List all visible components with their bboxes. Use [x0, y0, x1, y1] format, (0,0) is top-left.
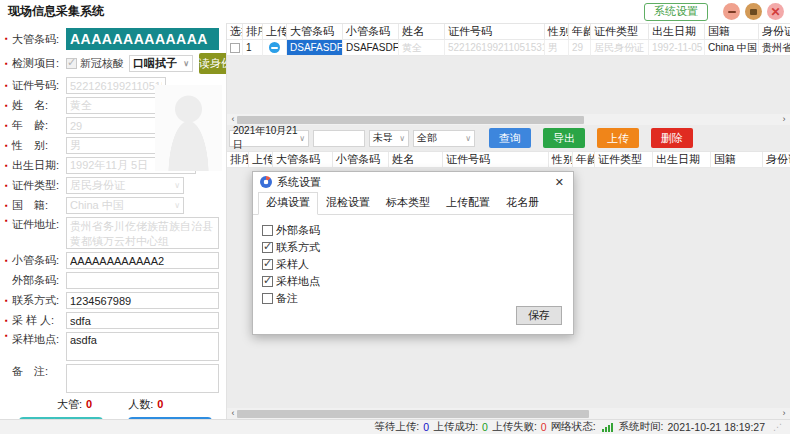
dialog-save-button[interactable]: 保存: [516, 306, 562, 325]
row-tube-cell[interactable]: DSAFASDFAAAS: [287, 40, 343, 56]
submit-list-button[interactable]: 提交列表（F7）: [19, 417, 103, 419]
scrollbar-thumb[interactable]: [237, 116, 584, 124]
row-id-type-cell: 居民身份证: [591, 40, 649, 56]
sample-site-label: 采样地点:: [12, 332, 66, 347]
id-photo: [155, 85, 222, 171]
option-label: 外部条码: [276, 223, 320, 238]
system-settings-button[interactable]: 系统设置: [644, 3, 708, 21]
query-button[interactable]: 查询: [489, 128, 531, 148]
nationality-row: ▪ 国 籍: China 中国 ∨: [5, 197, 219, 214]
small-tube-input[interactable]: [66, 252, 219, 269]
option-label: 采样地点: [276, 274, 320, 289]
id-number-input[interactable]: [66, 77, 166, 94]
id-address-textarea[interactable]: 贵州省务川仡佬族苗族自治县黄都镇万云村中心组: [66, 217, 219, 249]
checkbox[interactable]: [262, 225, 273, 236]
close-icon: ✕: [770, 6, 780, 18]
swab-type-select[interactable]: 口咽拭子 ∨: [129, 55, 193, 72]
upload-failed-label: 上传失败:: [492, 420, 537, 434]
tab-required-settings[interactable]: 必填设置: [258, 192, 318, 215]
checkbox[interactable]: [262, 293, 273, 304]
checkbox[interactable]: [262, 276, 273, 287]
covid-test-checkbox-label: 新冠核酸: [80, 56, 124, 71]
nationality-select[interactable]: China 中国 ∨: [66, 197, 184, 214]
tab-pool-settings[interactable]: 混检设置: [318, 192, 378, 214]
row-checkbox[interactable]: [230, 43, 240, 53]
external-barcode-input[interactable]: [66, 272, 219, 289]
checkbox[interactable]: [262, 242, 273, 253]
tube-barcode-input[interactable]: [66, 28, 219, 50]
counters-row: 大管:0 人数:0: [57, 397, 219, 412]
col-order: 排序: [243, 24, 263, 40]
checkbox[interactable]: [262, 259, 273, 270]
option-sample-site[interactable]: 采样地点: [262, 273, 564, 289]
row-small-tube-cell: DSAFASDFAAAS1: [343, 40, 399, 56]
required-marker: ▪: [5, 202, 12, 210]
date-picker[interactable]: 2021年10月21日 ∨: [229, 130, 309, 147]
query-toolbar: 2021年10月21日 ∨ 未导 ∨ 全部 ∨ 查询 导出 上传 删除: [227, 125, 790, 151]
remark-textarea[interactable]: [66, 364, 219, 393]
close-button[interactable]: ✕: [767, 3, 784, 20]
export-filter-select[interactable]: 未导 ∨: [369, 130, 409, 147]
scrollbar-thumb[interactable]: [237, 410, 589, 418]
col-order: 排序: [227, 152, 249, 168]
upload-button[interactable]: 上传: [597, 128, 639, 148]
scroll-right-icon[interactable]: ›: [780, 115, 788, 124]
scroll-left-icon[interactable]: ‹: [229, 115, 237, 124]
export-button[interactable]: 导出: [543, 128, 585, 148]
contact-row: ▪ 联系方式:: [5, 292, 219, 309]
tube-barcode-label: 大管条码:: [12, 32, 66, 47]
read-id-card-button[interactable]: 读身份证 (F5): [199, 53, 227, 74]
dialog-close-icon[interactable]: ✕: [553, 176, 566, 189]
chevron-down-icon: ∨: [174, 201, 180, 210]
network-status-label: 网络状态:: [551, 420, 596, 434]
col-address: 身份证地址: [763, 152, 790, 168]
covid-test-checkbox[interactable]: [66, 58, 77, 69]
gender-select[interactable]: 男 ∨: [66, 137, 166, 154]
settings-dialog: 系统设置 ✕ 必填设置 混检设置 标本类型 上传配置 花名册 外部条码 联系方式…: [252, 171, 574, 335]
bottom-table-hscrollbar[interactable]: ‹ ›: [227, 408, 790, 419]
tab-upload-config[interactable]: 上传配置: [438, 192, 498, 214]
top-table-row[interactable]: 1 DSAFASDFAAAS DSAFASDFAAAS1 黄全 52212619…: [227, 40, 790, 56]
scope-filter-select[interactable]: 全部 ∨: [413, 130, 475, 147]
sample-site-textarea[interactable]: asdfa: [66, 332, 219, 361]
contact-input[interactable]: [66, 292, 219, 309]
tube-count: 大管:0: [57, 397, 92, 412]
save-info-button[interactable]: 保存信息（F9）: [128, 417, 212, 419]
row-select-cell: [227, 40, 243, 56]
tab-roster[interactable]: 花名册: [498, 192, 547, 214]
row-age-cell: 29: [569, 40, 591, 56]
sampler-label: 采 样 人:: [12, 313, 66, 328]
required-marker: ▪: [5, 182, 12, 190]
top-table-hscrollbar[interactable]: ‹ ›: [227, 114, 790, 125]
delete-button[interactable]: 删除: [651, 128, 693, 148]
option-external-barcode[interactable]: 外部条码: [262, 222, 564, 238]
scroll-left-icon[interactable]: ‹: [229, 409, 237, 418]
name-input[interactable]: [66, 97, 166, 114]
col-sex: 性别: [549, 152, 573, 168]
titlebar: 现场信息采集系统 系统设置 ✕: [0, 0, 790, 23]
tab-specimen-type[interactable]: 标本类型: [378, 192, 438, 214]
age-input[interactable]: [66, 117, 166, 134]
chevron-down-icon: ∨: [465, 134, 471, 143]
col-id-number: 证件号码: [445, 24, 545, 40]
form-actions: 提交列表（F7） 保存信息（F9）: [19, 417, 219, 419]
external-barcode-row: ▪ 外部条码:: [5, 272, 219, 289]
scroll-right-icon[interactable]: ›: [780, 409, 788, 418]
top-table-empty-area: [227, 56, 790, 114]
maximize-button[interactable]: [745, 3, 762, 20]
option-sampler[interactable]: 采样人: [262, 256, 564, 272]
row-order-cell: 1: [243, 40, 263, 56]
chevron-down-icon: ∨: [399, 134, 405, 143]
minimize-button[interactable]: [723, 3, 740, 20]
dialog-tabs: 必填设置 混检设置 标本类型 上传配置 花名册: [253, 192, 573, 215]
option-remark[interactable]: 备注: [262, 290, 564, 306]
app-window: 现场信息采集系统 系统设置 ✕ ▪ 大管条码: ▪ 检测项目: 新冠核酸 口咽拭…: [0, 0, 790, 434]
system-time-label: 系统时间:: [619, 420, 664, 434]
bottom-table-header: 排序 上传 大管条码 小管条码 姓名 证件号码 性别 年龄 证件类型 出生日期 …: [227, 151, 790, 168]
sampler-input[interactable]: [66, 312, 219, 329]
id-type-select[interactable]: 居民身份证 ∨: [66, 177, 184, 194]
search-input[interactable]: [313, 130, 365, 147]
option-contact[interactable]: 联系方式: [262, 239, 564, 255]
col-id-type: 证件类型: [591, 24, 649, 40]
sample-site-row: ▪ 采样地点: asdfa: [5, 332, 219, 361]
